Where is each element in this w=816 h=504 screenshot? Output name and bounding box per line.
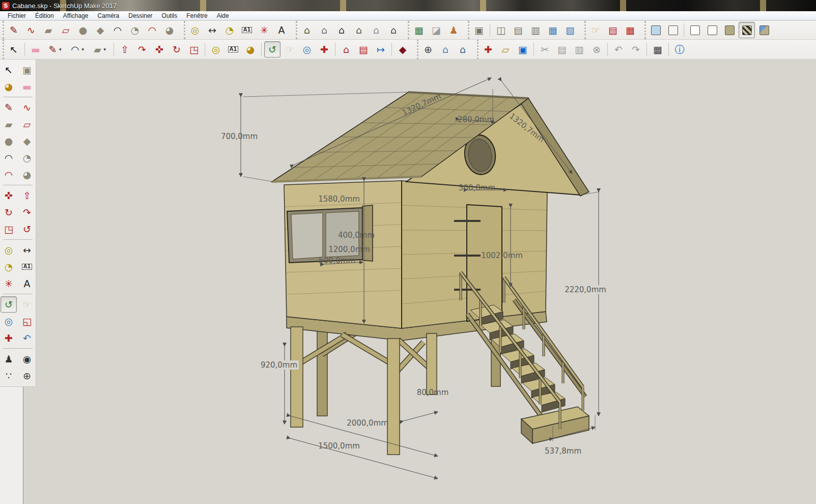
circle-tool[interactable]: ● [1,133,17,149]
wireframe-style-button[interactable] [687,22,703,38]
polygon-tool[interactable]: ◆ [19,133,35,149]
tape-measure-tool[interactable]: ◎ [1,242,17,258]
menu-item-fenetre[interactable]: Fenêtre [182,12,212,19]
split-button[interactable]: ▧ [562,22,578,38]
axes-tool[interactable]: ✳ [1,275,17,292]
offset-tool[interactable]: ↺ [19,221,35,237]
pie-tool[interactable]: ◕ [161,22,178,38]
zoom-extents-tool[interactable]: ✚ [316,41,332,58]
model-info-button[interactable]: ⓘ [671,41,688,58]
component-options-button[interactable]: ▤ [605,22,621,38]
redo-button[interactable]: ↷ [628,41,644,58]
three-d-text-tool[interactable]: A [19,275,35,292]
select-tool[interactable]: ↖ [6,41,22,58]
orbit-tool[interactable]: ↺ [264,41,280,58]
warehouse-3d-button[interactable]: ⌂ [338,41,354,58]
pan-tool[interactable]: ☞ [282,41,298,58]
tape-measure-tool[interactable]: ◎ [187,22,203,38]
erase-button[interactable]: ⊗ [588,41,605,58]
make-component-tool[interactable]: ▣ [19,62,35,78]
right-view-button[interactable]: ⌂ [351,22,367,38]
follow-me-tool[interactable]: ↷ [19,204,35,220]
arc-tool[interactable]: ◠ [1,150,17,166]
circle-tool[interactable]: ● [75,22,91,38]
two-point-arc-tool[interactable]: ◔ [127,22,143,38]
paint-bucket-tool[interactable]: ◕ [1,78,17,95]
back-view-button[interactable]: ⌂ [368,22,384,38]
union-button[interactable]: ▤ [510,22,526,38]
arc-tool[interactable]: ◠▼ [67,41,89,58]
menu-item-outils[interactable]: Outils [157,12,182,19]
rectangle-tool[interactable]: ▰ [1,116,17,132]
share-model-button[interactable]: ▤ [355,41,372,58]
menu-item-camera[interactable]: Caméra [93,12,124,19]
tape-measure-tool[interactable]: ◎ [208,41,224,58]
axes-tool[interactable]: ✳ [256,22,272,38]
scale-tool[interactable]: ◳ [1,221,17,237]
zoom-tool[interactable]: ◎ [299,41,315,58]
protractor-tool[interactable]: ◔ [1,259,17,275]
line-tool[interactable]: ✎ [6,22,22,38]
back-edges-style-button[interactable] [665,22,681,38]
rectangle-dropdown-icon[interactable]: ▼ [103,47,107,52]
top-view-button[interactable]: ⌂ [316,22,332,38]
cut-button[interactable]: ✂ [537,41,553,58]
interact-tool[interactable]: ☞ [587,22,604,38]
follow-me-tool[interactable]: ↷ [134,41,150,58]
zoom-window-tool[interactable]: ◱ [19,313,35,329]
menu-item-fichier[interactable]: Fichier [3,12,31,19]
scale-tool[interactable]: ◳ [186,41,202,58]
select-tool[interactable]: ↖ [1,62,17,78]
rotated-rectangle-tool[interactable]: ▱ [58,22,74,38]
rotate-tool[interactable]: ↻ [1,204,17,220]
zoom-extents-tool[interactable]: ✚ [1,330,17,346]
print-button[interactable]: ▦ [650,41,666,58]
monochrome-style-button[interactable] [756,22,772,38]
dimension-tool[interactable]: ↔ [204,22,220,38]
zoom-tool[interactable]: ◎ [1,313,17,329]
hidden-line-style-button[interactable] [704,22,720,38]
rectangle-tool[interactable]: ▰▼ [90,41,111,58]
intersect-button[interactable]: ◫ [493,22,509,38]
move-tool[interactable]: ✜ [1,187,17,204]
extension-warehouse-button[interactable]: ◆ [395,41,411,58]
section-plane-tool[interactable]: ⊕ [19,368,35,384]
dimension-tool[interactable]: ↔ [19,242,35,258]
pan-tool[interactable]: ☞ [19,296,35,313]
text-tool[interactable]: A1 [225,41,241,58]
arc-tool[interactable]: ◠ [109,22,126,38]
photo-textures-button[interactable]: ♟ [445,22,462,38]
add-location-button[interactable]: ▦ [411,22,427,38]
line-tool[interactable]: ✎▼ [45,41,66,58]
new-button[interactable]: ✚ [480,41,496,58]
eraser-tool[interactable]: ▬ [19,78,35,95]
freehand-tool[interactable]: ∿ [23,22,39,38]
eraser-tool[interactable]: ▬ [27,41,44,58]
shaded-style-button[interactable] [721,22,738,38]
line-dropdown-icon[interactable]: ▼ [59,47,63,52]
push-pull-tool[interactable]: ⇧ [19,187,35,204]
menu-item-aide[interactable]: Aide [212,12,234,19]
paint-bucket-tool[interactable]: ◕ [242,41,259,58]
trim-button[interactable]: ▦ [545,22,561,38]
position-camera-tool[interactable]: ♟ [1,351,17,367]
section-plane-tool[interactable]: ⊕ [420,41,436,58]
zoom-previous-tool[interactable]: ↶ [19,330,35,346]
rotate-tool[interactable]: ↻ [168,41,185,58]
title-bar[interactable]: S Cabane.skp - SketchUp Make 2017 [0,0,816,11]
menu-item-edition[interactable]: Édition [31,12,59,19]
display-section-planes-button[interactable]: ⌂ [437,41,454,58]
subtract-button[interactable]: ▥ [527,22,544,38]
component-attributes-button[interactable]: ▦ [622,22,638,38]
three-point-arc-tool[interactable]: ◠ [144,22,160,38]
left-view-button[interactable]: ⌂ [385,22,402,38]
freehand-tool[interactable]: ∿ [19,99,35,116]
rectangle-tool[interactable]: ▰ [40,22,57,38]
outer-shell-button[interactable]: ▣ [471,22,487,38]
paste-button[interactable]: ▥ [571,41,587,58]
open-button[interactable]: ▱ [497,41,514,58]
protractor-tool[interactable]: ◔ [221,22,238,38]
three-d-text-tool[interactable]: A [273,22,290,38]
menu-item-dessiner[interactable]: Dessiner [124,12,157,19]
three-point-arc-tool[interactable]: ◠ [1,166,17,183]
